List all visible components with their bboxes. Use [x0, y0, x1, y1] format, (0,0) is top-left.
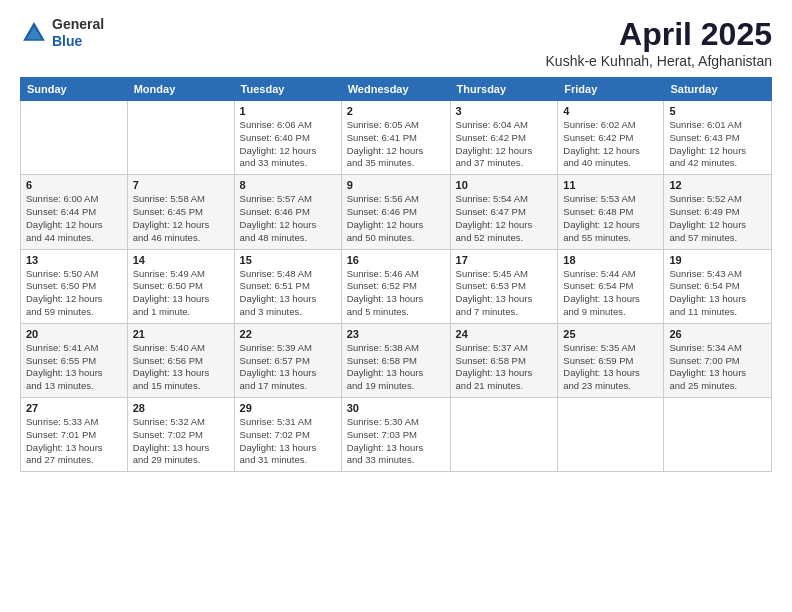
calendar-table: SundayMondayTuesdayWednesdayThursdayFrid…: [20, 77, 772, 472]
day-number: 12: [669, 179, 766, 191]
day-number: 3: [456, 105, 553, 117]
week-row-2: 6Sunrise: 6:00 AMSunset: 6:44 PMDaylight…: [21, 175, 772, 249]
day-number: 16: [347, 254, 445, 266]
day-info: Sunrise: 6:04 AMSunset: 6:42 PMDaylight:…: [456, 119, 553, 170]
day-info: Sunrise: 5:48 AMSunset: 6:51 PMDaylight:…: [240, 268, 336, 319]
day-cell: 5Sunrise: 6:01 AMSunset: 6:43 PMDaylight…: [664, 101, 772, 175]
day-cell: 20Sunrise: 5:41 AMSunset: 6:55 PMDayligh…: [21, 323, 128, 397]
day-number: 25: [563, 328, 658, 340]
day-info: Sunrise: 6:05 AMSunset: 6:41 PMDaylight:…: [347, 119, 445, 170]
day-cell: 23Sunrise: 5:38 AMSunset: 6:58 PMDayligh…: [341, 323, 450, 397]
day-cell: 29Sunrise: 5:31 AMSunset: 7:02 PMDayligh…: [234, 398, 341, 472]
day-info: Sunrise: 5:39 AMSunset: 6:57 PMDaylight:…: [240, 342, 336, 393]
day-cell: 24Sunrise: 5:37 AMSunset: 6:58 PMDayligh…: [450, 323, 558, 397]
day-cell: 3Sunrise: 6:04 AMSunset: 6:42 PMDaylight…: [450, 101, 558, 175]
day-info: Sunrise: 5:57 AMSunset: 6:46 PMDaylight:…: [240, 193, 336, 244]
column-header-monday: Monday: [127, 78, 234, 101]
day-number: 11: [563, 179, 658, 191]
day-info: Sunrise: 5:34 AMSunset: 7:00 PMDaylight:…: [669, 342, 766, 393]
day-info: Sunrise: 6:00 AMSunset: 6:44 PMDaylight:…: [26, 193, 122, 244]
page: General Blue April 2025 Kushk-e Kuhnah, …: [0, 0, 792, 612]
header: General Blue April 2025 Kushk-e Kuhnah, …: [20, 16, 772, 69]
calendar-body: 1Sunrise: 6:06 AMSunset: 6:40 PMDaylight…: [21, 101, 772, 472]
day-cell: 12Sunrise: 5:52 AMSunset: 6:49 PMDayligh…: [664, 175, 772, 249]
day-number: 20: [26, 328, 122, 340]
day-number: 28: [133, 402, 229, 414]
day-number: 13: [26, 254, 122, 266]
day-info: Sunrise: 5:58 AMSunset: 6:45 PMDaylight:…: [133, 193, 229, 244]
day-info: Sunrise: 5:46 AMSunset: 6:52 PMDaylight:…: [347, 268, 445, 319]
day-cell: 28Sunrise: 5:32 AMSunset: 7:02 PMDayligh…: [127, 398, 234, 472]
day-number: 15: [240, 254, 336, 266]
day-cell: [21, 101, 128, 175]
day-info: Sunrise: 5:32 AMSunset: 7:02 PMDaylight:…: [133, 416, 229, 467]
week-row-5: 27Sunrise: 5:33 AMSunset: 7:01 PMDayligh…: [21, 398, 772, 472]
day-number: 29: [240, 402, 336, 414]
column-header-sunday: Sunday: [21, 78, 128, 101]
day-number: 18: [563, 254, 658, 266]
day-cell: 9Sunrise: 5:56 AMSunset: 6:46 PMDaylight…: [341, 175, 450, 249]
day-number: 17: [456, 254, 553, 266]
day-cell: [450, 398, 558, 472]
column-header-saturday: Saturday: [664, 78, 772, 101]
week-row-4: 20Sunrise: 5:41 AMSunset: 6:55 PMDayligh…: [21, 323, 772, 397]
day-cell: 11Sunrise: 5:53 AMSunset: 6:48 PMDayligh…: [558, 175, 664, 249]
column-header-thursday: Thursday: [450, 78, 558, 101]
day-cell: 1Sunrise: 6:06 AMSunset: 6:40 PMDaylight…: [234, 101, 341, 175]
day-info: Sunrise: 5:44 AMSunset: 6:54 PMDaylight:…: [563, 268, 658, 319]
day-info: Sunrise: 5:31 AMSunset: 7:02 PMDaylight:…: [240, 416, 336, 467]
day-info: Sunrise: 5:41 AMSunset: 6:55 PMDaylight:…: [26, 342, 122, 393]
day-cell: 30Sunrise: 5:30 AMSunset: 7:03 PMDayligh…: [341, 398, 450, 472]
logo-icon: [20, 19, 48, 47]
day-cell: 25Sunrise: 5:35 AMSunset: 6:59 PMDayligh…: [558, 323, 664, 397]
column-header-wednesday: Wednesday: [341, 78, 450, 101]
day-cell: 21Sunrise: 5:40 AMSunset: 6:56 PMDayligh…: [127, 323, 234, 397]
day-number: 26: [669, 328, 766, 340]
day-number: 7: [133, 179, 229, 191]
day-info: Sunrise: 6:02 AMSunset: 6:42 PMDaylight:…: [563, 119, 658, 170]
day-number: 24: [456, 328, 553, 340]
day-cell: [558, 398, 664, 472]
day-cell: 17Sunrise: 5:45 AMSunset: 6:53 PMDayligh…: [450, 249, 558, 323]
day-info: Sunrise: 5:38 AMSunset: 6:58 PMDaylight:…: [347, 342, 445, 393]
day-number: 14: [133, 254, 229, 266]
day-cell: 16Sunrise: 5:46 AMSunset: 6:52 PMDayligh…: [341, 249, 450, 323]
day-info: Sunrise: 5:49 AMSunset: 6:50 PMDaylight:…: [133, 268, 229, 319]
day-info: Sunrise: 5:56 AMSunset: 6:46 PMDaylight:…: [347, 193, 445, 244]
day-info: Sunrise: 5:35 AMSunset: 6:59 PMDaylight:…: [563, 342, 658, 393]
day-info: Sunrise: 5:53 AMSunset: 6:48 PMDaylight:…: [563, 193, 658, 244]
day-number: 21: [133, 328, 229, 340]
day-cell: 22Sunrise: 5:39 AMSunset: 6:57 PMDayligh…: [234, 323, 341, 397]
day-number: 23: [347, 328, 445, 340]
day-number: 19: [669, 254, 766, 266]
day-info: Sunrise: 5:33 AMSunset: 7:01 PMDaylight:…: [26, 416, 122, 467]
day-cell: 13Sunrise: 5:50 AMSunset: 6:50 PMDayligh…: [21, 249, 128, 323]
day-number: 22: [240, 328, 336, 340]
day-number: 5: [669, 105, 766, 117]
logo: General Blue: [20, 16, 104, 50]
day-number: 4: [563, 105, 658, 117]
day-cell: 27Sunrise: 5:33 AMSunset: 7:01 PMDayligh…: [21, 398, 128, 472]
day-info: Sunrise: 5:37 AMSunset: 6:58 PMDaylight:…: [456, 342, 553, 393]
day-cell: 14Sunrise: 5:49 AMSunset: 6:50 PMDayligh…: [127, 249, 234, 323]
day-cell: 7Sunrise: 5:58 AMSunset: 6:45 PMDaylight…: [127, 175, 234, 249]
day-info: Sunrise: 5:54 AMSunset: 6:47 PMDaylight:…: [456, 193, 553, 244]
week-row-3: 13Sunrise: 5:50 AMSunset: 6:50 PMDayligh…: [21, 249, 772, 323]
day-cell: 15Sunrise: 5:48 AMSunset: 6:51 PMDayligh…: [234, 249, 341, 323]
column-header-tuesday: Tuesday: [234, 78, 341, 101]
logo-text: General Blue: [52, 16, 104, 50]
day-info: Sunrise: 5:43 AMSunset: 6:54 PMDaylight:…: [669, 268, 766, 319]
day-info: Sunrise: 6:01 AMSunset: 6:43 PMDaylight:…: [669, 119, 766, 170]
day-number: 10: [456, 179, 553, 191]
day-number: 1: [240, 105, 336, 117]
day-cell: 10Sunrise: 5:54 AMSunset: 6:47 PMDayligh…: [450, 175, 558, 249]
day-info: Sunrise: 5:40 AMSunset: 6:56 PMDaylight:…: [133, 342, 229, 393]
day-cell: 6Sunrise: 6:00 AMSunset: 6:44 PMDaylight…: [21, 175, 128, 249]
day-cell: 19Sunrise: 5:43 AMSunset: 6:54 PMDayligh…: [664, 249, 772, 323]
day-number: 6: [26, 179, 122, 191]
day-cell: 18Sunrise: 5:44 AMSunset: 6:54 PMDayligh…: [558, 249, 664, 323]
day-info: Sunrise: 5:45 AMSunset: 6:53 PMDaylight:…: [456, 268, 553, 319]
day-cell: 8Sunrise: 5:57 AMSunset: 6:46 PMDaylight…: [234, 175, 341, 249]
header-row: SundayMondayTuesdayWednesdayThursdayFrid…: [21, 78, 772, 101]
calendar-subtitle: Kushk-e Kuhnah, Herat, Afghanistan: [546, 53, 772, 69]
